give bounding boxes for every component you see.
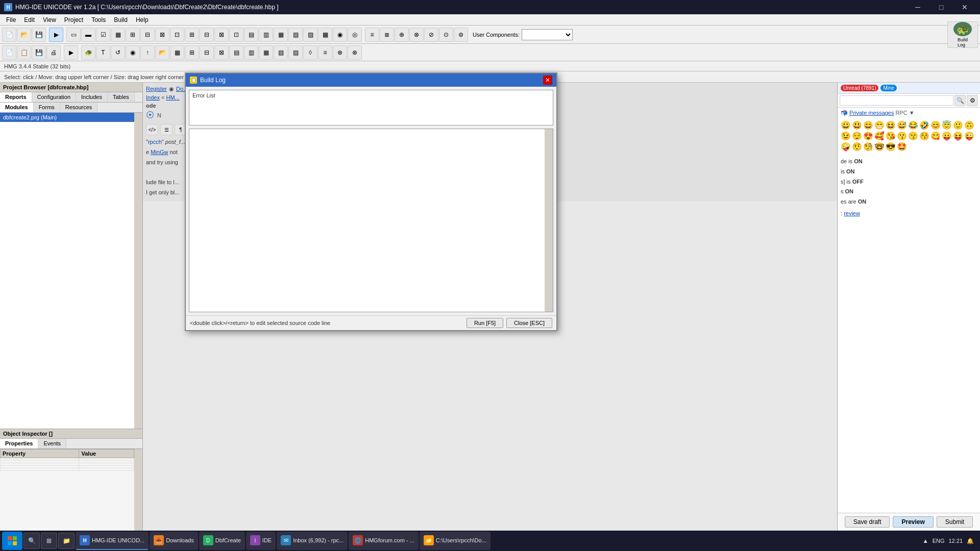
- tb2-btn21[interactable]: ◊: [303, 45, 317, 60]
- menu-tools[interactable]: Tools: [87, 15, 110, 24]
- menu-help[interactable]: Help: [132, 15, 153, 24]
- tb2-btn14[interactable]: ⊟: [200, 45, 214, 60]
- maximize-button[interactable]: □: [930, 0, 952, 14]
- taskbar-explorer[interactable]: 📁: [58, 533, 75, 549]
- menu-view[interactable]: View: [39, 15, 60, 24]
- menu-build[interactable]: Build: [110, 15, 132, 24]
- emoji-6[interactable]: 😅: [897, 120, 907, 130]
- user-components-combo[interactable]: [522, 29, 573, 40]
- emoji-13[interactable]: 😉: [841, 131, 851, 141]
- emoji-14[interactable]: 😌: [852, 131, 862, 141]
- tb-btnA[interactable]: ≡: [365, 28, 379, 42]
- tb-btn7[interactable]: ⊠: [155, 28, 169, 42]
- tb-btn4[interactable]: ▦: [111, 28, 125, 42]
- close-esc-button[interactable]: Close [ESC]: [506, 318, 552, 328]
- emoji-21[interactable]: 😋: [930, 131, 941, 141]
- list-btn[interactable]: ☰: [160, 124, 173, 135]
- dialog-close-button[interactable]: ✕: [543, 76, 552, 85]
- tb-btn17[interactable]: ▨: [303, 28, 317, 42]
- emoji-22[interactable]: 😛: [942, 131, 952, 141]
- code-panel-scrollbar[interactable]: [545, 129, 553, 312]
- mine-badge[interactable]: Mine: [880, 85, 897, 91]
- index-link[interactable]: Index: [146, 94, 160, 101]
- emoji-9[interactable]: 😊: [930, 120, 941, 130]
- tb2-btn12[interactable]: ▦: [170, 45, 184, 60]
- emoji-27[interactable]: 🧐: [863, 142, 873, 152]
- search-button[interactable]: 🔍: [954, 95, 966, 106]
- emoji-23[interactable]: 😝: [953, 131, 963, 141]
- taskbar-item-dbfcreate[interactable]: D DbfCreate: [199, 532, 245, 550]
- search-input[interactable]: [840, 95, 953, 106]
- tb2-btn1[interactable]: 📄: [2, 45, 16, 60]
- tb-btn12[interactable]: ⊡: [229, 28, 243, 42]
- tb-btn10[interactable]: ⊟: [200, 28, 214, 42]
- show-hidden-icons[interactable]: ▲: [923, 538, 928, 544]
- emoji-2[interactable]: 😃: [852, 120, 862, 130]
- tb2-btn23[interactable]: ⊕: [333, 45, 347, 60]
- start-button[interactable]: [2, 532, 22, 550]
- tb2-btn2[interactable]: 📋: [17, 45, 31, 60]
- tab-properties[interactable]: Properties: [0, 439, 38, 448]
- tb-btn16[interactable]: ▧: [288, 28, 303, 42]
- emoji-26[interactable]: 🤨: [852, 142, 862, 152]
- review-link[interactable]: review: [844, 210, 860, 216]
- close-button[interactable]: ✕: [953, 0, 976, 14]
- project-list-scrollbar[interactable]: [134, 113, 142, 429]
- tb-btn19[interactable]: ◉: [333, 28, 347, 42]
- tb2-btn16[interactable]: ▤: [229, 45, 243, 60]
- tb2-btn6[interactable]: 🐢: [81, 45, 95, 60]
- unread-badge[interactable]: Unread (7891): [841, 85, 878, 91]
- tb2-btn15[interactable]: ⊠: [214, 45, 229, 60]
- emoji-7[interactable]: 😂: [908, 120, 918, 130]
- settings-button[interactable]: ⚙: [967, 95, 978, 106]
- taskbar-item-inbox[interactable]: ✉ Inbox (6,992) - rpc...: [277, 532, 348, 550]
- project-item[interactable]: dbfcreate2.prg (Main): [0, 113, 134, 122]
- tb2-btn20[interactable]: ▨: [288, 45, 303, 60]
- register-link[interactable]: Register: [146, 86, 167, 92]
- taskbar-item-downloads[interactable]: 📥 Downloads: [150, 532, 198, 550]
- tab-reports[interactable]: Reports: [0, 92, 32, 102]
- menu-file[interactable]: File: [2, 15, 20, 24]
- tb-btnC[interactable]: ⊕: [395, 28, 409, 42]
- emoji-30[interactable]: 🤩: [897, 142, 907, 152]
- submit-button[interactable]: Submit: [937, 516, 973, 528]
- sub-tab-resources[interactable]: Resources: [60, 103, 98, 112]
- radio-btn[interactable]: ⦿: [146, 111, 154, 120]
- emoji-5[interactable]: 😆: [886, 120, 896, 130]
- menu-edit[interactable]: Edit: [20, 15, 39, 24]
- emoji-3[interactable]: 😄: [863, 120, 873, 130]
- taskbar-item-hmg[interactable]: H HMG-IDE UNICOD...: [76, 532, 149, 550]
- minimize-button[interactable]: ─: [906, 0, 929, 14]
- emoji-29[interactable]: 😎: [886, 142, 896, 152]
- notification-icon[interactable]: 🔔: [967, 538, 974, 544]
- tb2-btn10[interactable]: ↑: [140, 45, 155, 60]
- emoji-8[interactable]: 🤣: [919, 120, 929, 130]
- build-log-button[interactable]: 🐢 BuildLog: [947, 21, 978, 48]
- emoji-25[interactable]: 🤪: [841, 142, 851, 152]
- code-panel[interactable]: [189, 129, 553, 312]
- tb2-btn5[interactable]: ▶: [64, 45, 78, 60]
- tb-btn8[interactable]: ⊡: [170, 28, 184, 42]
- run-button[interactable]: Run [F5]: [467, 318, 503, 328]
- tb-btn18[interactable]: ▩: [318, 28, 332, 42]
- tb-btn3[interactable]: ☑: [96, 28, 110, 42]
- save-draft-button[interactable]: Save draft: [845, 516, 890, 528]
- tb-open[interactable]: 📂: [17, 28, 31, 42]
- tb-btn14[interactable]: ▥: [259, 28, 273, 42]
- tb2-btn3[interactable]: 💾: [32, 45, 46, 60]
- hm-link[interactable]: HM...: [166, 94, 179, 101]
- tb-btnD[interactable]: ⊗: [409, 28, 424, 42]
- inspector-scrollbar[interactable]: [134, 449, 142, 531]
- sub-tab-modules[interactable]: Modules: [0, 103, 34, 112]
- tb2-btn22[interactable]: ≡: [318, 45, 332, 60]
- emoji-15[interactable]: 😍: [863, 131, 873, 141]
- sub-tab-forms[interactable]: Forms: [34, 103, 60, 112]
- tb-btnE[interactable]: ⊘: [424, 28, 438, 42]
- tab-includes[interactable]: Includes: [76, 92, 108, 102]
- emoji-10[interactable]: 😇: [942, 120, 952, 130]
- emoji-28[interactable]: 🤓: [874, 142, 885, 152]
- tb2-btn4[interactable]: 🖨: [46, 45, 61, 60]
- tb-btn11[interactable]: ⊠: [214, 28, 229, 42]
- tb-run[interactable]: ▶: [49, 28, 63, 42]
- taskbar-item-hmgforum[interactable]: 🌐 HMGforum.com - ...: [349, 532, 419, 550]
